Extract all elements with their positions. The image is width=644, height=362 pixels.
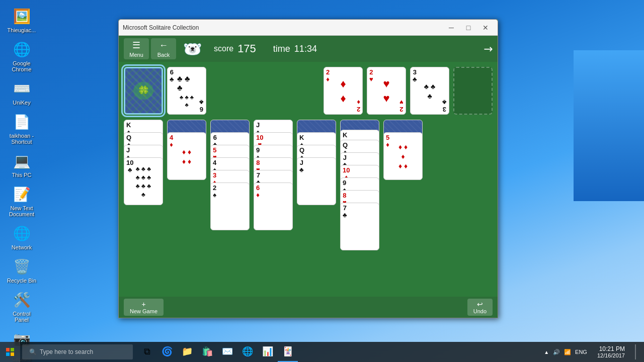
taskbar-explorer[interactable]: 📁 <box>177 342 197 362</box>
close-button[interactable]: ✕ <box>477 22 494 34</box>
taskbar-store[interactable]: 🛍️ <box>197 342 217 362</box>
desktop-icon-chrome[interactable]: 🌐 Google Chrome <box>4 37 39 74</box>
undo-button[interactable]: ↩ Undo <box>467 299 493 316</box>
f2-center: ♥ ♥ <box>383 77 389 105</box>
menu-button[interactable]: ☰ Menu <box>124 38 149 59</box>
time-label: time <box>273 44 290 54</box>
desktop-icon-control-panel[interactable]: 🛠️ Control Panel <box>4 288 39 325</box>
control-panel-label: Control Panel <box>6 311 37 323</box>
f2-top-left: 2 ♥ <box>369 69 373 83</box>
menu-icon: ☰ <box>132 40 140 51</box>
search-bar[interactable]: 🔍 Type here to search <box>22 344 133 359</box>
new-game-icon: + <box>141 300 145 308</box>
score-value: 175 <box>237 42 256 55</box>
taskbar: 🔍 Type here to search ⧉ 🌀 📁 🛍️ ✉️ 🌐 <box>0 342 644 362</box>
f3-bottom-right: 3 ♣ <box>442 98 447 113</box>
time-display: time 11:34 <box>273 44 317 54</box>
desktop-icon-network[interactable]: 🌐 Network <box>4 221 39 252</box>
edge-icon: 🌀 <box>162 346 173 357</box>
waste-pile[interactable]: 6 ♣ ♣ ♣ ♣ ♣ ♣ ♣ ♣ 6 ♣ <box>167 67 206 115</box>
start-button[interactable] <box>0 342 20 362</box>
desktop-icons: 🖼️ Thieugiac... 🌐 Google Chrome ⌨️ UniKe… <box>4 4 39 362</box>
back-icon: ← <box>159 40 168 51</box>
svg-rect-0 <box>6 348 10 351</box>
foundation-3[interactable]: 3 ♣ ♣ ♣ ♣ 3 ♣ <box>410 67 449 115</box>
system-tray: ▲ 🔊 📶 ENG <box>538 342 593 362</box>
maximize-button[interactable]: □ <box>460 22 476 34</box>
tableau-card[interactable]: 2♠ <box>210 183 250 230</box>
recycle-bin-label: Recycle Bin <box>7 278 36 284</box>
f1-center: ♦ ♦ <box>340 77 346 105</box>
chrome-taskbar-icon: 🌐 <box>242 346 253 357</box>
network-icon: 🌐 <box>12 223 32 243</box>
search-placeholder: Type here to search <box>40 348 93 355</box>
f2-bottom-right: 2 ♥ <box>399 98 404 113</box>
unikey-icon: ⌨️ <box>12 78 32 99</box>
search-icon: 🔍 <box>29 348 37 355</box>
stock-pile[interactable]: 🍀 <box>124 67 163 115</box>
tableau-col-7: 5♦ ♦ ♦ ♦ ♦ ♦ <box>383 120 423 185</box>
speaker-icon[interactable]: 🔊 <box>553 349 560 355</box>
foundation-4[interactable] <box>453 67 493 115</box>
desktop-icon-new-text[interactable]: 📝 New Text Document <box>4 182 39 219</box>
desktop: 🖼️ Thieugiac... 🌐 Google Chrome ⌨️ UniKe… <box>0 0 644 362</box>
tray-chevron-icon[interactable]: ▲ <box>544 349 549 355</box>
network-tray-icon[interactable]: 📶 <box>564 349 571 355</box>
tableau-card[interactable]: 7♣ <box>340 203 379 250</box>
windows-icon <box>6 347 15 356</box>
taskbar-excel[interactable]: 📊 <box>258 342 278 362</box>
desktop-icon-thieugiac[interactable]: 🖼️ Thieugiac... <box>4 4 39 35</box>
bear-logo: 🐻‍❄️ <box>183 40 202 58</box>
tableau-card[interactable]: 4♦ ♦ ♦ ♦ ♦ <box>167 132 206 180</box>
waste-center: ♣ ♣ ♣ ♣ ♣ ♣ ♣ <box>177 74 196 108</box>
taskbar-mail[interactable]: ✉️ <box>217 342 237 362</box>
clock-time: 10:21 PM <box>599 345 625 352</box>
f3-center: ♣ ♣ ♣ <box>424 82 435 100</box>
desktop-icon-recycle-bin[interactable]: 🗑️ Recycle Bin <box>4 254 39 286</box>
excel-icon: 📊 <box>262 346 273 357</box>
tableau-card[interactable]: 6♦ <box>254 183 293 230</box>
foundation-2[interactable]: 2 ♥ ♥ ♥ 2 ♥ <box>367 67 406 115</box>
tableau-col-5: K♠ Q♠ J♣ <box>297 120 336 220</box>
tableau-card[interactable]: 5♦ ♦ ♦ ♦ ♦ ♦ <box>383 132 423 180</box>
minimize-button[interactable]: ─ <box>443 22 459 34</box>
tableau: K♠ 👑 Q♠ J♠ 10♣ ♣ ♣ ♣ <box>124 120 493 292</box>
new-game-button[interactable]: + New Game <box>124 299 164 316</box>
expand-icon[interactable]: ↗ <box>480 41 496 56</box>
score-display: score 175 <box>214 42 256 55</box>
game-footer: + New Game ↩ Undo <box>119 297 498 318</box>
tableau-card[interactable]: J♣ <box>297 157 336 205</box>
waste-bottom-right: 6 ♣ <box>199 98 204 113</box>
new-text-label: New Text Document <box>6 205 37 217</box>
taskbar-chrome[interactable]: 🌐 <box>237 342 258 362</box>
desktop-icon-unikey[interactable]: ⌨️ UniKey <box>4 76 39 108</box>
game-toolbar: ☰ Menu ← Back 🐻‍❄️ score 175 time 11:34 … <box>119 36 498 62</box>
thieugiac-icon: 🖼️ <box>12 6 32 26</box>
taskbar-apps: ⧉ 🌀 📁 🛍️ ✉️ 🌐 📊 🃏 <box>137 342 538 362</box>
tableau-col-4: J♠ 🃏 10♥ 9♠ 8♥ 7♣ <box>254 120 293 250</box>
foundation-1[interactable]: 2 ♦ ♦ ♦ 2 ♦ <box>324 67 363 115</box>
mail-icon: ✉️ <box>222 346 233 357</box>
explorer-icon: 📁 <box>182 346 193 357</box>
desktop-icon-taikhoan[interactable]: 📄 taikhoan - Shortcut <box>4 110 39 147</box>
desktop-icon-this-pc[interactable]: 💻 This PC <box>4 149 39 180</box>
taskbar-task-view[interactable]: ⧉ <box>137 342 157 362</box>
f1-top-left: 2 ♦ <box>326 69 330 83</box>
tableau-card[interactable]: 10♣ ♣ ♣ ♣ ♣ ♣ ♣ ♣ ♣ ♣ ♣ <box>124 157 163 205</box>
taikhoan-icon: 📄 <box>12 112 32 132</box>
chrome-icon: 🌐 <box>12 39 32 59</box>
back-button[interactable]: ← Back <box>151 38 176 59</box>
window-title: Microsoft Solitaire Collection <box>123 24 443 31</box>
taskbar-solitaire[interactable]: 🃏 <box>278 342 298 362</box>
taskbar-clock[interactable]: 10:21 PM 12/16/2017 <box>593 345 629 358</box>
show-desktop-button[interactable] <box>629 342 644 362</box>
window-titlebar: Microsoft Solitaire Collection ─ □ ✕ <box>119 20 498 36</box>
tableau-col-6: K♠ Q♠ J♣ 10♦ 9♠ 8♥ <box>340 120 379 276</box>
undo-label: Undo <box>473 308 487 314</box>
window-controls: ─ □ ✕ <box>443 22 494 34</box>
taskbar-edge[interactable]: 🌀 <box>157 342 177 362</box>
lang-label: ENG <box>575 349 587 355</box>
clock-date: 12/16/2017 <box>597 352 625 358</box>
time-value: 11:34 <box>294 44 317 54</box>
new-text-icon: 📝 <box>12 184 32 204</box>
